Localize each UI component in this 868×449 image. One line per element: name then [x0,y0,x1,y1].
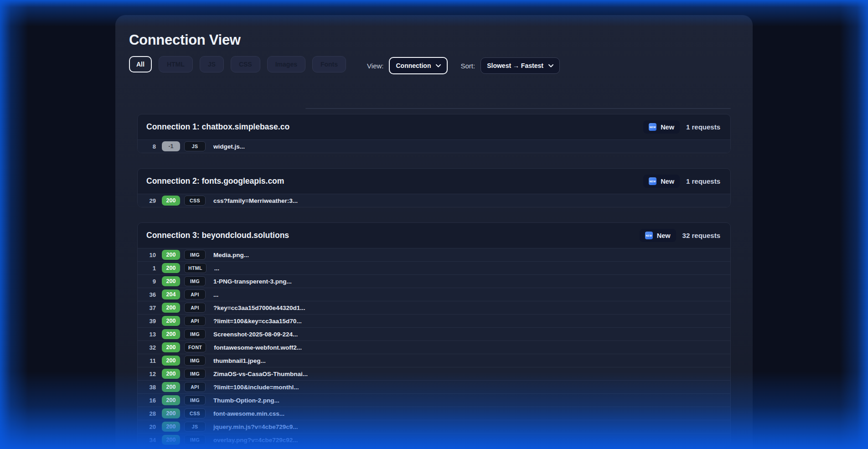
connection-list: Connection 1: chatbox.simplebase.co NEW … [137,114,731,447]
request-row[interactable]: 36 204 API ... [138,288,730,301]
page-title: Connection View [129,32,739,48]
filter-button-html[interactable]: HTML [159,56,193,72]
request-row[interactable]: 9 200 IMG 1-PNG-transperent-3.png... [138,274,730,288]
status-badge: 200 [162,369,180,379]
request-name: thumbnail1.jpeg... [213,357,266,364]
filter-button-fonts[interactable]: Fonts [312,56,346,72]
request-name: fontawesome-webfont.woff2... [214,344,302,351]
request-row[interactable]: 13 200 IMG Screenshot-2025-08-09-224... [138,327,730,341]
request-row[interactable]: 10 200 IMG Media.png... [138,248,730,261]
request-number: 28 [142,410,156,417]
type-badge: IMG [184,276,206,286]
request-name: css?family=Merriweather:3... [213,197,298,204]
request-row[interactable]: 20 200 JS jquery.min.js?v=4cbe729c9... [138,420,730,433]
request-number: 10 [142,252,156,258]
new-badge-label: New [661,124,674,131]
request-number: 16 [142,397,156,404]
request-list: 10 200 IMG Media.png... 1 200 HTML ... 9… [138,248,730,446]
connection-card: Connection 3: beyondcloud.solutions NEW … [137,222,731,447]
request-number: 8 [142,143,156,150]
filter-button-js[interactable]: JS [200,56,224,72]
connection-card: Connection 2: fonts.googleapis.com NEW N… [137,168,731,207]
connection-title: Connection 3: beyondcloud.solutions [146,231,640,240]
type-badge: IMG [184,395,206,405]
request-row[interactable]: 28 200 CSS font-awesome.min.css... [138,407,730,420]
request-list: 29 200 CSS css?family=Merriweather:3... [138,194,730,207]
toolbar: AllHTMLJSCSSImagesFonts View: Connection… [129,54,739,74]
request-row[interactable]: 37 200 API ?key=cc3aa15d7000e44320d1... [138,301,730,314]
request-number: 32 [142,344,156,351]
request-name: Thumb-Option-2.png... [213,397,279,404]
request-row[interactable]: 39 200 API ?limit=100&key=cc3aa15d70... [138,314,730,327]
request-number: 29 [142,197,156,204]
request-number: 11 [142,357,156,364]
view-control: View: Connection [367,57,448,74]
status-badge: 200 [162,316,180,326]
requests-count: 1 requests [686,123,720,131]
request-row[interactable]: 11 200 IMG thumbnail1.jpeg... [138,354,730,367]
filter-button-images[interactable]: Images [267,56,305,72]
new-icon: NEW [649,123,656,131]
filter-button-all[interactable]: All [129,56,152,72]
type-badge: API [184,382,206,392]
request-number: 37 [142,304,156,311]
status-badge: 200 [162,356,180,366]
new-badge: NEW New [640,229,676,242]
requests-count: 1 requests [686,177,720,185]
request-number: 36 [142,291,156,298]
request-row[interactable]: 8 -1 JS widget.js... [138,139,730,153]
view-selected-value: Connection [396,62,431,69]
type-badge: FONT [184,342,206,352]
request-row[interactable]: 29 200 CSS css?family=Merriweather:3... [138,194,730,207]
connection-header: Connection 3: beyondcloud.solutions NEW … [138,223,730,248]
type-badge: IMG [184,369,206,379]
connection-header: Connection 2: fonts.googleapis.com NEW N… [138,169,730,194]
request-name: Screenshot-2025-08-09-224... [213,331,298,338]
request-name: 1-PNG-transperent-3.png... [213,278,292,285]
filter-button-group: AllHTMLJSCSSImagesFonts [129,56,346,72]
type-badge: API [184,303,206,313]
status-badge: 200 [162,435,180,445]
status-badge: 200 [162,329,180,339]
sort-select[interactable]: Slowest → Fastest [480,57,560,74]
status-badge: 200 [162,395,180,405]
request-name: ?limit=100&key=cc3aa15d70... [213,318,302,325]
request-row[interactable]: 34 200 IMG overlay.png?v=4cbe729c92... [138,433,730,446]
request-row[interactable]: 1 200 HTML ... [138,261,730,274]
type-badge: JS [184,422,206,432]
request-name: ... [213,291,218,298]
request-number: 9 [142,278,156,285]
filter-button-css[interactable]: CSS [231,56,260,72]
type-badge: CSS [184,408,206,418]
section-divider [305,108,731,109]
status-badge: 200 [162,263,180,273]
sort-control: Sort: Slowest → Fastest [460,57,559,74]
status-badge: 200 [162,422,180,432]
view-label: View: [367,62,383,70]
request-list: 8 -1 JS widget.js... [138,139,730,153]
main-panel: Connection View AllHTMLJSCSSImagesFonts … [115,15,753,449]
request-number: 39 [142,318,156,325]
request-row[interactable]: 38 200 API ?limit=100&include=monthl... [138,380,730,393]
new-badge-label: New [661,178,674,185]
request-name: ?limit=100&include=monthl... [213,384,299,391]
connection-title: Connection 1: chatbox.simplebase.co [146,122,643,132]
type-badge: JS [184,141,206,151]
status-badge: -1 [162,141,180,151]
request-name: font-awesome.min.css... [213,410,284,417]
type-badge: IMG [184,435,206,445]
connection-title: Connection 2: fonts.googleapis.com [146,176,643,186]
type-badge: CSS [184,196,206,206]
request-row[interactable]: 32 200 FONT fontawesome-webfont.woff2... [138,341,730,354]
request-name: ?key=cc3aa15d7000e44320d1... [213,304,305,311]
connection-card: Connection 1: chatbox.simplebase.co NEW … [137,114,731,153]
status-badge: 200 [162,276,180,286]
request-name: ZimaOS-vs-CasaOS-Thumbnai... [213,371,308,377]
status-badge: 200 [162,250,180,260]
type-badge: API [184,289,206,299]
status-badge: 200 [162,382,180,392]
view-select[interactable]: Connection [389,57,448,74]
request-row[interactable]: 12 200 IMG ZimaOS-vs-CasaOS-Thumbnai... [138,367,730,380]
request-row[interactable]: 16 200 IMG Thumb-Option-2.png... [138,393,730,407]
chevron-down-icon [548,64,553,67]
